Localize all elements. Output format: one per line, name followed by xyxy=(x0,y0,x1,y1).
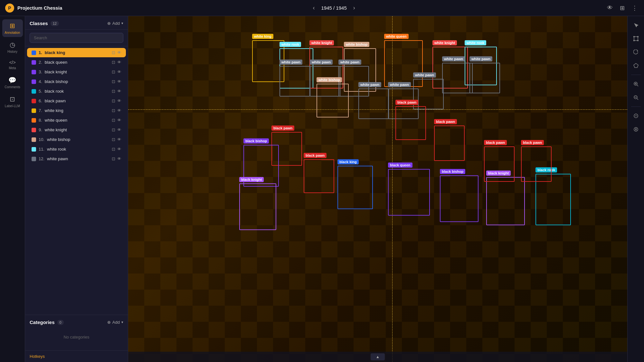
zoom-out-button[interactable] xyxy=(630,92,642,103)
class-name-label: black queen xyxy=(45,60,109,65)
class-item-white-rook[interactable]: 11. white rook ⊡ 👁 xyxy=(27,144,126,154)
class-item-white-knight[interactable]: 9. white knight ⊡ 👁 xyxy=(27,125,126,135)
class-name-label: white bishop xyxy=(47,137,109,142)
detection-label-8: white pawn xyxy=(310,60,333,65)
class-bbox-icon[interactable]: ⊡ xyxy=(112,50,115,55)
class-visibility-icon[interactable]: 👁 xyxy=(117,50,121,55)
history-icon: ◷ xyxy=(10,41,15,49)
app-title: Projectium Chessia xyxy=(17,5,62,11)
class-bbox-icon[interactable]: ⊡ xyxy=(112,108,115,113)
class-visibility-icon[interactable]: 👁 xyxy=(117,60,121,65)
detection-box-24[interactable]: black knight xyxy=(486,177,525,225)
categories-add-button[interactable]: ⊕ Add ▾ xyxy=(107,320,123,325)
class-visibility-icon[interactable]: 👁 xyxy=(117,156,121,161)
class-bbox-icon[interactable]: ⊡ xyxy=(112,127,115,132)
class-item-white-king[interactable]: 7. white king ⊡ 👁 xyxy=(27,106,126,115)
detection-box-28[interactable]: black knight xyxy=(239,183,276,230)
minus-tool-button[interactable] xyxy=(630,110,642,122)
class-bbox-icon[interactable]: ⊡ xyxy=(112,137,115,142)
class-visibility-icon[interactable]: 👁 xyxy=(117,137,121,142)
detection-box-21[interactable]: black king xyxy=(337,166,373,209)
class-item-actions: ⊡ 👁 xyxy=(112,147,121,152)
undo-tool-button[interactable] xyxy=(630,124,642,135)
classes-count-badge: 12 xyxy=(51,21,59,26)
class-item-black-rook[interactable]: 5. black rook ⊡ 👁 xyxy=(27,87,126,96)
class-number: 4. xyxy=(39,79,42,84)
detection-box-10[interactable]: white pawn xyxy=(442,63,473,93)
detection-box-20[interactable]: black pawn xyxy=(304,159,334,193)
classes-add-button[interactable]: ⊕ Add ▾ xyxy=(107,21,123,26)
class-bbox-icon[interactable]: ⊡ xyxy=(112,79,115,84)
detection-box-7[interactable]: white pawn xyxy=(279,66,310,97)
class-item-actions: ⊡ 👁 xyxy=(112,79,121,84)
sidebar-item-label-llm[interactable]: ⊡ Label-LLM xyxy=(2,93,23,110)
sidebar-item-meta[interactable]: </> Meta xyxy=(2,57,23,72)
detection-box-11[interactable]: white pawn xyxy=(469,63,500,93)
detection-box-26[interactable]: black pawn xyxy=(484,146,515,182)
class-item-white-queen[interactable]: 8. white queen ⊡ 👁 xyxy=(27,116,126,125)
chess-image: white kingwhite queenwhite rookwhite kni… xyxy=(128,16,627,362)
class-visibility-icon[interactable]: 👁 xyxy=(117,79,121,84)
class-item-white-pawn[interactable]: 12. white pawn ⊡ 👁 xyxy=(27,154,126,163)
next-frame-button[interactable]: › xyxy=(351,3,358,13)
class-bbox-icon[interactable]: ⊡ xyxy=(112,98,115,103)
detection-box-23[interactable]: black bishop xyxy=(440,175,478,222)
hotkeys-label: Hotkeys xyxy=(30,354,45,359)
class-visibility-icon[interactable]: 👁 xyxy=(117,70,121,74)
class-bbox-icon[interactable]: ⊡ xyxy=(112,89,115,94)
detection-box-16[interactable]: black pawn xyxy=(395,106,426,140)
cursor-tool-button[interactable] xyxy=(630,19,642,31)
class-item-black-knight[interactable]: 3. black knight ⊡ 👁 xyxy=(27,67,126,77)
class-bbox-icon[interactable]: ⊡ xyxy=(112,60,115,65)
comments-icon: 💬 xyxy=(8,76,16,84)
class-item-white-bishop[interactable]: 10. white bishop ⊡ 👁 xyxy=(27,135,126,144)
class-visibility-icon[interactable]: 👁 xyxy=(117,147,121,152)
detection-box-22[interactable]: black queen xyxy=(388,169,430,216)
class-item-black-king[interactable]: 1. black king ⊡ 👁 xyxy=(27,48,126,57)
collapse-button[interactable]: ▲ xyxy=(371,353,385,360)
class-item-black-queen[interactable]: 2. black queen ⊡ 👁 xyxy=(27,58,126,67)
polygon-tool-button[interactable] xyxy=(630,60,642,71)
class-item-black-pawn[interactable]: 6. black pawn ⊡ 👁 xyxy=(27,96,126,106)
class-color-swatch xyxy=(32,118,36,123)
sidebar-item-meta-label: Meta xyxy=(9,66,16,70)
class-visibility-icon[interactable]: 👁 xyxy=(117,108,121,113)
hotkeys-bar[interactable]: Hotkeys xyxy=(25,350,128,362)
detection-box-27[interactable]: black pawn xyxy=(521,146,552,182)
categories-section: Categories 0 ⊕ Add ▾ No categories xyxy=(25,315,128,350)
rotate-tool-button[interactable] xyxy=(630,46,642,58)
bottom-bar: ▲ xyxy=(128,352,627,362)
class-item-black-bishop[interactable]: 4. black bishop ⊡ 👁 xyxy=(27,77,126,86)
annotation-icon: ⊞ xyxy=(10,22,15,30)
class-number: 8. xyxy=(39,118,42,123)
class-color-swatch xyxy=(32,128,36,132)
prev-frame-button[interactable]: ‹ xyxy=(310,3,317,13)
detection-box-13[interactable]: white bishop xyxy=(317,84,349,117)
class-item-actions: ⊡ 👁 xyxy=(112,70,121,74)
class-visibility-icon[interactable]: 👁 xyxy=(117,98,121,103)
class-color-swatch xyxy=(32,89,36,94)
detection-box-17[interactable]: black pawn xyxy=(434,125,465,161)
bbox-tool-button[interactable] xyxy=(630,33,642,44)
sidebar-item-history[interactable]: ◷ History xyxy=(2,38,23,56)
more-options-button[interactable]: ⋮ xyxy=(630,3,639,13)
zoom-in-button[interactable] xyxy=(630,78,642,90)
class-visibility-icon[interactable]: 👁 xyxy=(117,118,121,123)
class-bbox-icon[interactable]: ⊡ xyxy=(112,70,115,74)
class-item-actions: ⊡ 👁 xyxy=(112,89,121,94)
class-visibility-icon[interactable]: 👁 xyxy=(117,127,121,132)
canvas-area[interactable]: white kingwhite queenwhite rookwhite kni… xyxy=(128,16,627,362)
eye-view-button[interactable]: 👁 xyxy=(606,3,614,13)
sidebar-item-annotation[interactable]: ⊞ Annotation xyxy=(2,19,23,37)
search-input[interactable] xyxy=(30,33,123,43)
class-bbox-icon[interactable]: ⊡ xyxy=(112,147,115,152)
class-color-swatch xyxy=(32,79,36,84)
grid-button[interactable]: ⊞ xyxy=(619,3,626,13)
class-visibility-icon[interactable]: 👁 xyxy=(117,89,121,94)
class-bbox-icon[interactable]: ⊡ xyxy=(112,156,115,161)
class-number: 9. xyxy=(39,127,42,132)
sidebar-item-comments[interactable]: 💬 Comments xyxy=(2,74,23,91)
dropdown-arrow-icon: ▾ xyxy=(121,21,123,25)
detection-box-14[interactable]: white pawn xyxy=(358,88,389,119)
class-bbox-icon[interactable]: ⊡ xyxy=(112,118,115,123)
